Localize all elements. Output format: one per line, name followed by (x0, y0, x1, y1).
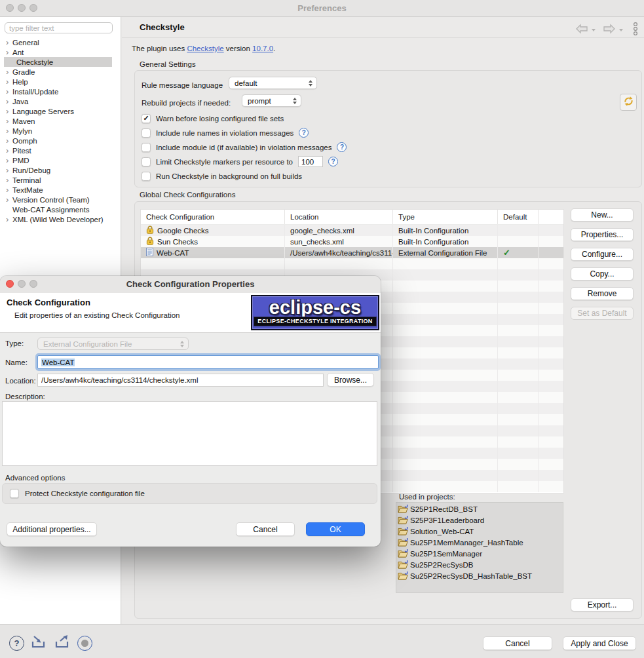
sidebar-item-general[interactable]: ›General (0, 37, 121, 47)
expand-chevron-icon[interactable]: › (0, 215, 10, 223)
export-preferences-icon[interactable] (54, 634, 71, 652)
sidebar-item-pitest[interactable]: ›Pitest (0, 145, 121, 155)
table-row[interactable]: Sun Checkssun_checks.xmlBuilt-In Configu… (141, 236, 563, 247)
rule-message-language-select[interactable]: default (229, 77, 317, 89)
checkbox[interactable] (142, 128, 151, 138)
checkbox[interactable] (142, 157, 151, 166)
empty-cell (498, 459, 539, 470)
column-header[interactable] (539, 210, 563, 224)
expand-chevron-icon[interactable]: › (0, 38, 10, 47)
back-arrow-icon[interactable] (575, 24, 589, 37)
checkbox[interactable]: ✓ (142, 114, 151, 123)
expand-chevron-icon[interactable]: › (0, 68, 10, 76)
column-header[interactable]: Check Configuration (141, 210, 285, 224)
help-icon[interactable]: ? (299, 128, 309, 138)
protect-config-checkbox[interactable] (10, 489, 19, 498)
settings-checkbox-row: ✓Warn before losing configured file sets (142, 113, 284, 124)
sidebar-item-terminal[interactable]: ›Terminal (0, 175, 121, 185)
empty-cell (393, 269, 498, 281)
name-label: Name: (5, 358, 28, 366)
expand-chevron-icon[interactable]: › (0, 136, 10, 145)
location-input[interactable] (37, 374, 324, 387)
view-menu-icon[interactable] (632, 22, 639, 39)
sidebar-item-oomph[interactable]: ›Oomph (0, 136, 121, 145)
expand-chevron-icon[interactable]: › (0, 176, 10, 184)
empty-cell (539, 470, 563, 481)
table-row[interactable]: Web-CAT/Users/awh4kc/teaching/cs3114Exte… (141, 247, 563, 258)
checkbox[interactable] (142, 143, 151, 152)
sidebar-item-java[interactable]: ›Java (0, 96, 121, 106)
column-header[interactable]: Default (498, 210, 539, 224)
expand-chevron-icon[interactable]: › (0, 195, 10, 204)
configure-button[interactable]: Configure... (571, 248, 634, 261)
sidebar-item-xml-wild-web-developer[interactable]: ›XML (Wild Web Developer) (0, 214, 121, 224)
help-icon[interactable]: ? (328, 157, 338, 166)
empty-cell (498, 436, 539, 448)
apply-and-close-button[interactable]: Apply and Close (563, 636, 636, 650)
refresh-button[interactable] (620, 94, 637, 111)
expand-chevron-icon[interactable]: › (0, 185, 10, 194)
location-cell: sun_checks.xml (285, 236, 393, 247)
expand-chevron-icon[interactable]: › (0, 146, 10, 155)
expand-chevron-icon[interactable]: › (0, 166, 10, 174)
sidebar-item-run-debug[interactable]: ›Run/Debug (0, 165, 121, 175)
help-button[interactable]: ? (9, 636, 24, 651)
checkstyle-link[interactable]: Checkstyle (187, 45, 223, 52)
forward-arrow-icon[interactable] (602, 24, 616, 37)
record-preferences-icon[interactable] (77, 636, 92, 651)
empty-cell (393, 481, 498, 492)
expand-chevron-icon[interactable]: › (0, 87, 10, 96)
project-folder-icon (398, 504, 408, 514)
description-textarea[interactable] (2, 401, 377, 466)
dialog-titlebar: Check Configuration Properties (0, 276, 381, 294)
sidebar-item-help[interactable]: ›Help (0, 77, 121, 87)
sidebar-item-pmd[interactable]: ›PMD (0, 155, 121, 165)
expand-chevron-icon[interactable]: › (0, 126, 10, 135)
sidebar-item-textmate[interactable]: ›TextMate (0, 185, 121, 195)
checkbox[interactable] (142, 172, 151, 181)
export-button[interactable]: Export... (571, 598, 634, 611)
properties-button[interactable]: Properties... (571, 228, 634, 241)
dialog-cancel-button[interactable]: Cancel (236, 522, 295, 536)
name-input[interactable]: Web-CAT (37, 355, 379, 369)
expand-chevron-icon[interactable]: › (0, 107, 10, 115)
used-in-projects-label: Used in projects: (399, 493, 455, 501)
sidebar-item-checkstyle[interactable]: Checkstyle (4, 57, 112, 67)
used-in-projects-list: S25P1RectDB_BSTS25P3F1LeaderboardSolutio… (396, 502, 563, 593)
expand-chevron-icon[interactable]: › (0, 117, 10, 125)
expand-chevron-icon[interactable]: › (0, 156, 10, 164)
help-icon[interactable]: ? (337, 142, 347, 152)
sidebar-item-gradle[interactable]: ›Gradle (0, 67, 121, 77)
additional-properties-button[interactable]: Additional properties... (7, 522, 97, 536)
marker-limit-input[interactable] (298, 156, 323, 167)
expand-chevron-icon[interactable]: › (0, 77, 10, 86)
version-link[interactable]: 10.7.0 (252, 45, 273, 52)
sidebar-item-ant[interactable]: ›Ant (0, 47, 121, 57)
import-preferences-icon[interactable] (30, 634, 48, 652)
expand-chevron-icon[interactable]: › (0, 48, 10, 56)
copy-button[interactable]: Copy... (571, 267, 634, 281)
browse-button[interactable]: Browse... (327, 373, 374, 387)
sidebar-item-maven[interactable]: ›Maven (0, 116, 121, 126)
empty-table-row (141, 258, 563, 269)
back-history-caret-icon[interactable] (592, 29, 596, 31)
type-cell: Built-In Configuration (393, 225, 498, 236)
empty-cell (498, 258, 539, 269)
sidebar-item-web-cat-assignments[interactable]: Web-CAT Assignments (0, 204, 121, 214)
ok-button[interactable]: OK (306, 522, 365, 536)
preferences-cancel-button[interactable]: Cancel (483, 636, 552, 650)
column-header[interactable]: Type (393, 210, 498, 224)
table-row[interactable]: Google Checksgoogle_checks.xmlBuilt-In C… (141, 225, 563, 236)
spacer-cell (539, 225, 563, 236)
new-button[interactable]: New... (571, 208, 634, 222)
sidebar-item-mylyn[interactable]: ›Mylyn (0, 126, 121, 136)
expand-chevron-icon[interactable]: › (0, 97, 10, 106)
sidebar-item-version-control-team[interactable]: ›Version Control (Team) (0, 195, 121, 204)
sidebar-item-install-update[interactable]: ›Install/Update (0, 87, 121, 96)
forward-history-caret-icon[interactable] (619, 29, 623, 31)
column-header[interactable]: Location (285, 210, 393, 224)
filter-input[interactable] (5, 22, 113, 33)
sidebar-item-language-servers[interactable]: ›Language Servers (0, 106, 121, 116)
rebuild-projects-select[interactable]: prompt (242, 94, 301, 107)
remove-button[interactable]: Remove (571, 287, 634, 300)
